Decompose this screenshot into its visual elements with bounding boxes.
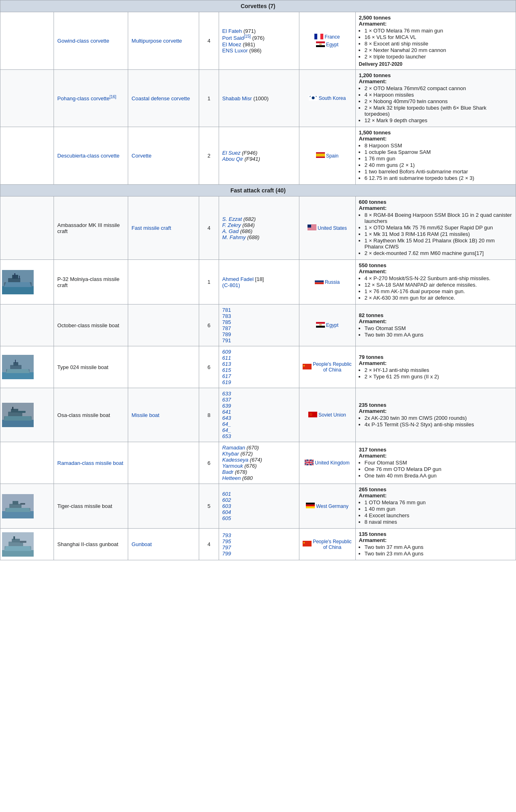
ship-weight: 265 tonnes: [359, 486, 387, 492]
ship-name-link[interactable]: Shabab Misr: [222, 95, 252, 102]
ship-class-cell: Descubierta‑class corvette: [54, 127, 128, 185]
ship-type-link[interactable]: Corvette: [131, 153, 151, 159]
ships-list-cell: 609 611 613 615 617 619: [219, 346, 299, 388]
ships-list-cell: 781783785787789791: [219, 304, 299, 346]
ship-name-link[interactable]: Hetteen: [222, 475, 241, 481]
ship-name-link[interactable]: 793: [222, 532, 231, 538]
ship-name-link[interactable]: Yarmouk: [222, 463, 243, 469]
ship-name-link[interactable]: 64_: [222, 427, 231, 433]
ship-name-link[interactable]: 64_: [222, 421, 231, 427]
ship-name-link[interactable]: 603: [222, 503, 231, 509]
ship-name-link[interactable]: S. Ezzat: [222, 216, 242, 222]
ship-class-link[interactable]: Descubierta‑class corvette: [57, 153, 119, 159]
ship-origin-cell: Spain: [299, 127, 355, 185]
ship-image-cell: [0, 484, 54, 529]
ship-type-link[interactable]: Gunboat: [131, 541, 152, 547]
ship-name-link[interactable]: Ramadan: [222, 445, 245, 451]
ship-class-link[interactable]: Ramadan‑class missile boat: [57, 460, 123, 466]
armament-item: Two twin 30 mm AA guns: [365, 332, 513, 338]
ship-class-cell: October-class missile boat: [54, 304, 128, 346]
ship-class-cell: Ramadan‑class missile boat: [54, 442, 128, 484]
ship-origin-cell: West Germany: [299, 484, 355, 529]
ship-name-link[interactable]: El Moez: [222, 41, 241, 48]
ship-image-cell: [0, 346, 54, 388]
svg-rect-74: [306, 506, 315, 508]
ship-name-link[interactable]: Abou Qir: [222, 156, 243, 162]
origin-flag-row: West Germany: [306, 503, 348, 510]
ship-name-link[interactable]: Ahmed Fadel: [222, 276, 254, 282]
ship-class-cell: Shanghai II-class gunboat: [54, 529, 128, 560]
ship-name-link[interactable]: 795: [222, 538, 231, 544]
ship-type-link[interactable]: Multipurpose corvette: [131, 38, 182, 44]
ship-name-link[interactable]: El Fateh: [222, 28, 242, 34]
table-row: Ramadan‑class missile boat6Ramadan (670)…: [0, 442, 516, 484]
ship-name-link[interactable]: 791: [222, 337, 231, 343]
origin-label: Egypt: [326, 322, 339, 328]
ship-name-link[interactable]: 609: [222, 349, 231, 355]
ship-type-link[interactable]: Fast missile craft: [131, 225, 171, 231]
ship-count-cell: 4: [199, 529, 219, 560]
ship-class-cell: Osa-class missile boat: [54, 388, 128, 442]
ship-name-link[interactable]: 653: [222, 433, 231, 439]
ship-type-cell: [128, 304, 199, 346]
ship-name-link[interactable]: 613: [222, 361, 231, 367]
ship-name-link[interactable]: 785: [222, 319, 231, 325]
ship-name-link[interactable]: 641: [222, 409, 231, 415]
ship-name-link[interactable]: Badr: [222, 469, 233, 475]
ship-name-link[interactable]: F. Zekry: [222, 222, 241, 228]
ship-origin-cell: France Egypt: [299, 12, 355, 70]
ship-name-link[interactable]: A. Gad: [222, 228, 239, 234]
ship-name-link[interactable]: El Suez: [222, 150, 241, 156]
ship-name-link[interactable]: ENS Luxor: [222, 48, 248, 54]
ship-specs-cell: 135 tonnesArmament:Two twin 37 mm AA gun…: [355, 529, 516, 560]
ship-name-link[interactable]: 617: [222, 373, 231, 379]
section-header-fast_attack: Fast attack craft (40): [0, 185, 516, 197]
origin-flag-row: People's Republic of China: [303, 539, 352, 550]
ship-origin-cell: People's Republic of China: [299, 346, 355, 388]
ship-name-link[interactable]: 787: [222, 325, 231, 331]
ship-name-link[interactable]: 799: [222, 551, 231, 557]
ship-name-link[interactable]: 619: [222, 379, 231, 385]
ship-name-link[interactable]: 601: [222, 491, 231, 497]
ship-count-cell: 4: [199, 197, 219, 260]
ship-name-link[interactable]: 611: [222, 355, 231, 361]
origin-flag-row: Egypt: [316, 322, 339, 329]
ship-type-link[interactable]: Missile boat: [131, 412, 159, 418]
ship-name-link[interactable]: (C-801): [222, 282, 240, 288]
svg-rect-41: [15, 360, 16, 363]
ship-name-link[interactable]: 637: [222, 397, 231, 403]
table-row: Pohang‑class corvette[16]Coastal defense…: [0, 70, 516, 127]
ship-specs-cell: 1,500 tonnesArmament:8 Harpoon SSM1 octu…: [355, 127, 516, 185]
ship-weight: 2,500 tonnes: [359, 15, 391, 21]
ship-name-link[interactable]: 783: [222, 313, 231, 319]
ship-name-link[interactable]: M. Fahmy: [222, 234, 246, 240]
ship-name-link[interactable]: Port Said: [222, 35, 244, 41]
ship-name-link[interactable]: 605: [222, 515, 231, 521]
ship-type-cell: [128, 442, 199, 484]
ship-name-link[interactable]: Khybar: [222, 451, 239, 457]
ship-weight: 82 tonnes: [359, 312, 384, 318]
flag-icon-fr: [314, 34, 323, 41]
flag-icon-uk: [305, 460, 314, 466]
ship-name-link[interactable]: 602: [222, 497, 231, 503]
ship-name-link[interactable]: 781: [222, 307, 231, 313]
table-row: Ambassador MK III missile craftFast miss…: [0, 197, 516, 260]
ship-name-link[interactable]: 639: [222, 403, 231, 409]
origin-label: People's Republic of China: [313, 361, 352, 373]
ship-class-link[interactable]: Gowind‑class corvette: [57, 38, 109, 44]
ship-name-link[interactable]: 797: [222, 544, 231, 551]
svg-rect-36: [319, 324, 322, 325]
ship-weight: 235 tonnes: [359, 402, 387, 408]
ship-name-link[interactable]: 633: [222, 391, 231, 397]
ship-name-link[interactable]: 604: [222, 509, 231, 515]
ship-name-link[interactable]: Kadesseya: [222, 457, 248, 463]
ship-name-link[interactable]: 789: [222, 331, 231, 337]
ship-name-link[interactable]: 615: [222, 367, 231, 373]
ship-count-cell: 2: [199, 127, 219, 185]
svg-rect-72: [306, 503, 315, 505]
ship-class-link[interactable]: Pohang‑class corvette: [57, 96, 110, 102]
armament-list: 2 × OTO Melara 76mm/62 compact cannon4 ×…: [365, 85, 513, 123]
ship-type-link[interactable]: Coastal defense corvette: [131, 95, 190, 102]
armament-item: 12 × SA-18 SAM MANPAD air defence missil…: [365, 282, 513, 288]
ship-name-link[interactable]: 643: [222, 415, 231, 421]
